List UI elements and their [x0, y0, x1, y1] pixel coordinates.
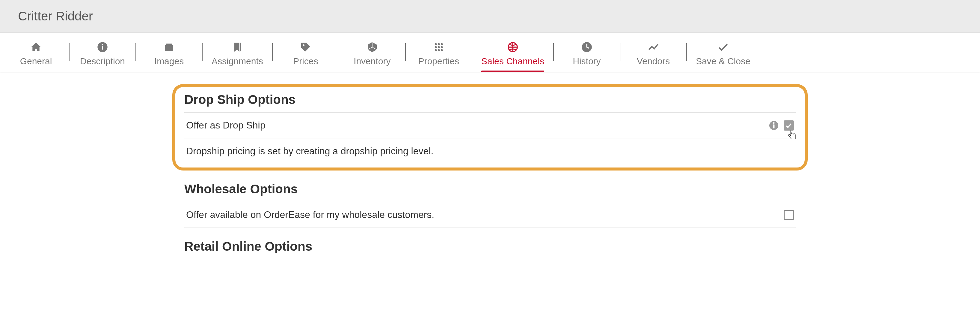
row-offer-drop-ship: Offer as Drop Ship: [184, 112, 796, 138]
tab-label: Properties: [418, 56, 459, 66]
info-icon: [96, 40, 109, 54]
tab-separator: [405, 43, 406, 61]
tab-label: Vendors: [637, 56, 670, 66]
tab-separator: [686, 43, 687, 61]
tab-label: Prices: [293, 56, 318, 66]
tab-separator: [202, 43, 203, 61]
tag-icon: [299, 40, 312, 54]
tab-label: Description: [80, 56, 125, 66]
tab-save-close[interactable]: Save & Close: [690, 38, 756, 72]
tab-label: General: [20, 56, 52, 66]
tab-vendors[interactable]: Vendors: [624, 38, 683, 72]
note-drop-ship-pricing: Dropship pricing is set by creating a dr…: [184, 138, 796, 164]
check-icon: [717, 40, 730, 54]
label-offer-drop-ship: Offer as Drop Ship: [186, 120, 265, 131]
bookmark-icon: [231, 40, 244, 54]
tab-history[interactable]: History: [557, 38, 617, 72]
tab-separator: [69, 43, 70, 61]
svg-point-10: [438, 46, 440, 48]
row-offer-wholesale: Offer available on OrderEase for my whol…: [184, 202, 796, 228]
section-drop-ship-highlighted: Drop Ship Options Offer as Drop Ship Dro…: [172, 84, 808, 171]
svg-point-2: [102, 44, 103, 45]
svg-point-12: [434, 49, 437, 51]
svg-rect-4: [166, 43, 172, 45]
tab-separator: [553, 43, 554, 61]
tab-label: History: [573, 56, 601, 66]
checkbox-offer-drop-ship[interactable]: [784, 120, 794, 131]
tab-description[interactable]: Description: [73, 38, 132, 72]
tab-inventory[interactable]: Inventory: [342, 38, 402, 72]
header-bar: Critter Ridder: [0, 0, 980, 33]
section-title-retail-online: Retail Online Options: [184, 234, 796, 259]
tab-prices[interactable]: Prices: [276, 38, 336, 72]
label-offer-wholesale: Offer available on OrderEase for my whol…: [186, 209, 434, 221]
page-title: Critter Ridder: [18, 9, 962, 23]
tab-label: Images: [154, 56, 184, 66]
svg-point-6: [434, 43, 437, 45]
svg-point-17: [773, 122, 775, 123]
section-retail-online: Retail Online Options: [184, 234, 796, 259]
checkbox-offer-wholesale[interactable]: [784, 210, 794, 220]
tab-separator: [472, 43, 473, 61]
grid-icon: [432, 40, 445, 54]
svg-point-8: [441, 43, 443, 45]
tab-properties[interactable]: Properties: [409, 38, 469, 72]
tab-label: Save & Close: [696, 56, 751, 66]
tab-sales-channels[interactable]: Sales Channels: [475, 38, 550, 72]
svg-point-13: [438, 49, 440, 51]
svg-point-9: [434, 46, 437, 48]
section-title-wholesale: Wholesale Options: [184, 176, 796, 202]
svg-point-11: [441, 46, 443, 48]
svg-point-7: [438, 43, 440, 45]
tab-label: Sales Channels: [481, 56, 544, 66]
info-icon[interactable]: [769, 121, 778, 130]
chart-icon: [647, 40, 660, 54]
svg-rect-1: [102, 46, 103, 50]
stack-icon: [162, 40, 176, 54]
home-icon: [29, 40, 43, 54]
cube-icon: [366, 40, 379, 54]
svg-point-5: [303, 45, 304, 46]
tab-label: Inventory: [354, 56, 390, 66]
tab-separator: [620, 43, 620, 61]
tab-assignments[interactable]: Assignments: [205, 38, 269, 72]
tab-separator: [272, 43, 273, 61]
svg-rect-18: [773, 124, 775, 128]
tab-bar: GeneralDescriptionImagesAssignmentsPrice…: [0, 33, 980, 72]
tab-separator: [339, 43, 339, 61]
content-scroll[interactable]: Drop Ship Options Offer as Drop Ship Dro…: [0, 72, 980, 311]
tab-separator: [135, 43, 136, 61]
tab-label: Assignments: [212, 56, 263, 66]
svg-point-14: [441, 49, 443, 51]
globe-icon: [506, 40, 519, 54]
section-title-drop-ship: Drop Ship Options: [184, 91, 796, 112]
tab-general[interactable]: General: [6, 38, 66, 72]
section-wholesale: Wholesale Options Offer available on Ord…: [184, 176, 796, 228]
clock-icon: [580, 40, 593, 54]
svg-rect-3: [165, 45, 173, 51]
tab-images[interactable]: Images: [139, 38, 199, 72]
